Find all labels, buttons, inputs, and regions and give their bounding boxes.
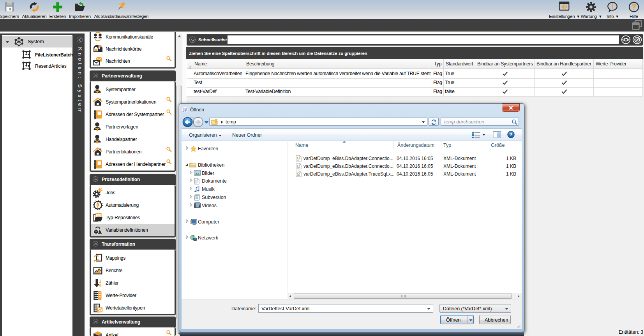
svg-text:@: @: [182, 107, 187, 113]
svg-text:1: 1: [99, 279, 101, 283]
svg-text:9: 9: [99, 283, 102, 288]
svg-text:?: ?: [510, 132, 512, 137]
